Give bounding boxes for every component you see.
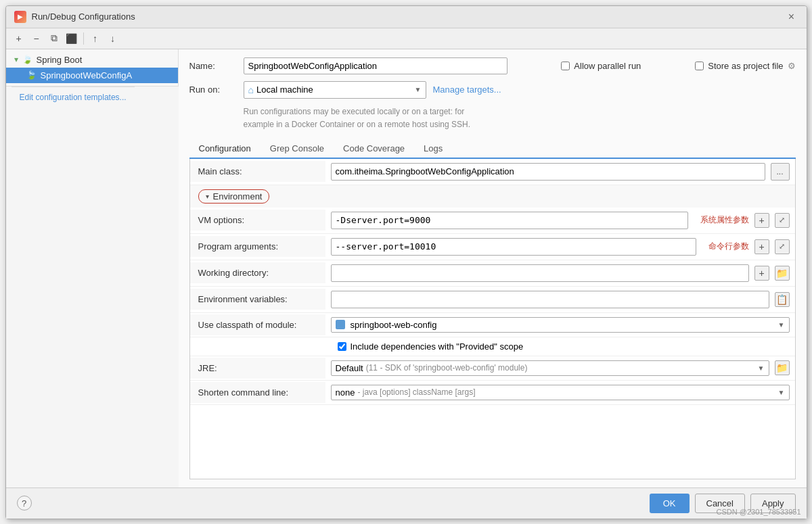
program-args-input[interactable] bbox=[331, 238, 696, 256]
sidebar: ▾ 🍃 Spring Boot 🍃 SpringbootWebConfigA bbox=[6, 49, 179, 86]
jre-detail-text: (11 - SDK of 'springboot-web-config' mod… bbox=[366, 363, 528, 373]
dialog-footer: ? OK Cancel Apply bbox=[6, 487, 807, 519]
tabs-row: Configuration Grep Console Code Coverage… bbox=[189, 139, 796, 159]
toolbar: + − ⧉ ⬛ ↑ ↓ bbox=[6, 28, 807, 49]
program-args-add-button[interactable]: + bbox=[754, 239, 769, 254]
shorten-detail-text: - java [options] className [args] bbox=[357, 387, 475, 397]
move-down-button[interactable]: ↓ bbox=[106, 31, 120, 46]
hint-line1: Run configurations may be executed local… bbox=[244, 107, 465, 116]
name-input[interactable] bbox=[244, 57, 508, 74]
settings-gear-icon[interactable]: ⚙ bbox=[788, 61, 796, 71]
title-bar-left: ▶ Run/Debug Configurations bbox=[14, 11, 135, 23]
environment-label: Environment bbox=[213, 191, 263, 201]
allow-parallel-label: Allow parallel run bbox=[574, 61, 641, 71]
jre-row: JRE: Default (11 - SDK of 'springboot-we… bbox=[190, 356, 795, 381]
name-label: Name: bbox=[189, 61, 237, 71]
tab-code-coverage[interactable]: Code Coverage bbox=[334, 139, 414, 159]
working-dir-folder-button[interactable]: 📁 bbox=[775, 266, 790, 281]
program-args-row: Program arguments: 命令行参数 + ⤢ bbox=[190, 234, 795, 260]
run-on-dropdown[interactable]: ⌂ Local machine ▼ bbox=[244, 81, 426, 99]
store-as-project-row: Store as project file ⚙ bbox=[695, 61, 795, 71]
env-vars-input[interactable] bbox=[331, 291, 769, 308]
hint-line2: example in a Docker Container or on a re… bbox=[244, 120, 471, 129]
jre-value-cell: Default (11 - SDK of 'springboot-web-con… bbox=[325, 356, 795, 380]
name-row: Name: Allow parallel run Store as projec… bbox=[189, 57, 796, 74]
title-bar: ▶ Run/Debug Configurations × bbox=[6, 6, 807, 28]
module-icon bbox=[336, 320, 345, 329]
right-panel: Name: Allow parallel run Store as projec… bbox=[179, 49, 807, 487]
local-machine-label: Local machine bbox=[256, 85, 313, 95]
home-icon: ⌂ bbox=[248, 85, 254, 95]
vm-options-row: VM options: 系统属性参数 + ⤢ bbox=[190, 208, 795, 234]
run-on-row: Run on: ⌂ Local machine ▼ Manage targets… bbox=[189, 81, 796, 99]
main-class-label: Main class: bbox=[190, 161, 325, 182]
store-as-project-checkbox[interactable] bbox=[695, 62, 704, 70]
sidebar-item-spring-boot[interactable]: ▾ 🍃 Spring Boot bbox=[6, 52, 178, 68]
main-class-row: Main class: ... bbox=[190, 159, 795, 185]
program-args-label: Program arguments: bbox=[190, 236, 325, 257]
include-deps-label: Include dependencies with "Provided" sco… bbox=[351, 341, 524, 352]
help-button[interactable]: ? bbox=[17, 496, 32, 510]
include-deps-row: Include dependencies with "Provided" sco… bbox=[190, 337, 795, 356]
dropdown-arrow-icon: ▼ bbox=[415, 86, 422, 93]
env-vars-label: Environment variables: bbox=[190, 289, 325, 310]
classpath-value-cell: springboot-web-config ▼ bbox=[325, 313, 795, 337]
working-dir-add-button[interactable]: + bbox=[754, 266, 769, 281]
sidebar-wrapper: ▾ 🍃 Spring Boot 🍃 SpringbootWebConfigA E… bbox=[6, 49, 179, 487]
watermark: CSDN @2301_78533951 bbox=[717, 508, 801, 516]
move-config-button[interactable]: ⬛ bbox=[64, 31, 79, 46]
sidebar-item-spring-boot-label: Spring Boot bbox=[37, 55, 83, 65]
classpath-label: Use classpath of module: bbox=[190, 314, 325, 335]
shorten-label: Shorten command line: bbox=[190, 382, 325, 403]
sidebar-item-active-config[interactable]: 🍃 SpringbootWebConfigA bbox=[6, 68, 178, 83]
spring-boot-sub-icon: 🍃 bbox=[26, 70, 37, 80]
vm-options-expand-button[interactable]: ⤢ bbox=[775, 213, 790, 228]
vm-options-label: VM options: bbox=[190, 210, 325, 231]
shorten-cmdline-row: Shorten command line: none - java [optio… bbox=[190, 381, 795, 405]
edit-templates-link[interactable]: Edit configuration templates... bbox=[12, 87, 135, 108]
dialog-icon: ▶ bbox=[14, 11, 26, 23]
main-class-value-cell: ... bbox=[325, 159, 795, 185]
env-vars-row: Environment variables: 📋 bbox=[190, 287, 795, 313]
program-args-expand-button[interactable]: ⤢ bbox=[775, 239, 790, 254]
env-vars-edit-button[interactable]: 📋 bbox=[775, 292, 790, 307]
tab-logs[interactable]: Logs bbox=[414, 139, 452, 159]
tab-grep-console[interactable]: Grep Console bbox=[261, 139, 334, 159]
move-up-button[interactable]: ↑ bbox=[88, 31, 103, 46]
working-dir-value-cell: + 📁 bbox=[325, 260, 795, 286]
close-button[interactable]: × bbox=[785, 10, 798, 24]
environment-section-header[interactable]: ▾ Environment bbox=[190, 185, 795, 208]
jre-folder-button[interactable]: 📁 bbox=[775, 360, 790, 375]
spring-boot-icon: 🍃 bbox=[22, 55, 32, 64]
jre-label: JRE: bbox=[190, 358, 325, 379]
working-dir-label: Working directory: bbox=[190, 262, 325, 283]
main-class-input[interactable] bbox=[331, 163, 765, 181]
copy-config-button[interactable]: ⧉ bbox=[47, 31, 62, 46]
vm-options-value-cell: 系统属性参数 + ⤢ bbox=[325, 208, 795, 233]
classpath-row: Use classpath of module: springboot-web-… bbox=[190, 313, 795, 337]
shorten-none-text: none bbox=[336, 387, 355, 398]
add-config-button[interactable]: + bbox=[12, 31, 26, 46]
allow-parallel-checkbox[interactable] bbox=[561, 62, 570, 70]
working-dir-row: Working directory: + 📁 bbox=[190, 260, 795, 287]
include-deps-checkbox[interactable] bbox=[338, 342, 346, 351]
classpath-dropdown-arrow-icon: ▼ bbox=[778, 321, 785, 329]
environment-section-circle: ▾ Environment bbox=[198, 189, 270, 204]
tab-configuration[interactable]: Configuration bbox=[189, 139, 261, 159]
remove-config-button[interactable]: − bbox=[29, 31, 44, 46]
classpath-value-text: springboot-web-config bbox=[351, 320, 437, 330]
shorten-dropdown-arrow-icon: ▼ bbox=[778, 389, 785, 396]
vm-options-add-button[interactable]: + bbox=[754, 213, 769, 228]
vm-options-input[interactable] bbox=[331, 212, 688, 229]
shorten-dropdown[interactable]: none - java [options] className [args] ▼ bbox=[331, 385, 790, 400]
allow-parallel-row: Allow parallel run bbox=[561, 61, 641, 71]
shorten-value-cell: none - java [options] className [args] ▼ bbox=[325, 381, 795, 404]
jre-default-text: Default bbox=[336, 363, 363, 373]
main-class-ellipsis-button[interactable]: ... bbox=[771, 163, 790, 181]
classpath-dropdown[interactable]: springboot-web-config ▼ bbox=[331, 317, 790, 333]
ok-button[interactable]: OK bbox=[650, 494, 690, 513]
jre-dropdown[interactable]: Default (11 - SDK of 'springboot-web-con… bbox=[331, 360, 769, 376]
manage-targets-link[interactable]: Manage targets... bbox=[433, 85, 501, 95]
hint-text: Run configurations may be executed local… bbox=[244, 105, 796, 131]
working-dir-input[interactable] bbox=[331, 264, 749, 282]
